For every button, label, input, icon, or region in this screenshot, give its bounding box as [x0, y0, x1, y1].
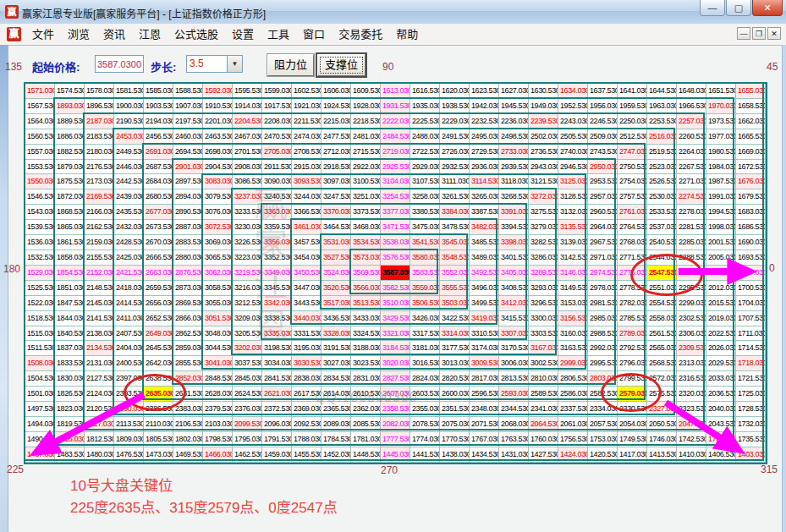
grid-cell: 2155.5300	[85, 250, 114, 266]
grid-cell: 1641.0300	[618, 84, 647, 99]
grid-cell: 2243.0300	[558, 114, 588, 129]
grid-cell: 2589.5300	[529, 387, 558, 402]
grid-cell: 2474.0300	[292, 129, 322, 145]
grid-cell: 2369.0300	[292, 402, 322, 417]
grid-cell: 1536.0300	[25, 235, 55, 250]
grid-cell: 2449.5300	[114, 145, 144, 160]
grid-cell: 1427.5300	[529, 447, 558, 463]
grid-cell: 3202.0300	[233, 341, 262, 356]
menu-item-7[interactable]: 窗口	[296, 24, 332, 45]
menu-item-3[interactable]: 江恩	[132, 24, 168, 45]
resistance-button[interactable]: 阻力位	[267, 54, 314, 76]
menu-item-8[interactable]: 交易委托	[332, 24, 389, 45]
grid-cell: 2397.0300	[114, 371, 144, 387]
grid-cell: 2176.5300	[85, 160, 114, 175]
grid-cell: 1907.0300	[173, 99, 203, 114]
grid-cell: 1564.0300	[25, 114, 55, 129]
minimize-button[interactable]: —	[700, 0, 725, 16]
grid-cell: 2985.0300	[588, 311, 618, 326]
grid-cell: 2768.0300	[618, 235, 647, 250]
grid-cell: 2460.0300	[173, 129, 203, 145]
grid-cell: 1602.5300	[292, 84, 322, 99]
grid-cell: 2645.5300	[144, 341, 173, 356]
grid-cell: 1665.5300	[736, 129, 766, 145]
menu-item-4[interactable]: 公式选股	[168, 24, 225, 45]
menu-item-5[interactable]: 设置	[225, 24, 261, 45]
angle-label-270: 270	[381, 464, 398, 476]
grid-cell: 3338.5300	[262, 311, 292, 326]
grid-cell: 2484.5300	[381, 129, 410, 145]
grid-cell: 2918.5300	[322, 160, 351, 175]
grid-cell: 2467.0300	[233, 129, 262, 145]
grid-cell: 2393.5300	[114, 387, 144, 402]
grid-cell: 1830.0300	[55, 371, 85, 387]
grid-cell: 2211.5300	[292, 114, 322, 129]
grid-cell: 2337.5300	[558, 402, 588, 417]
grid-cell: 2148.5300	[85, 281, 114, 296]
grid-cell: 1732.0300	[736, 417, 766, 432]
grid-cell: 2229.0300	[440, 114, 470, 129]
grid-cell: 1704.0300	[736, 296, 766, 311]
grid-cell: 1753.0300	[588, 432, 618, 447]
grid-cell: 3048.0300	[203, 326, 233, 342]
mdi-restore-button[interactable]: ❐	[752, 27, 766, 40]
grid-cell: 2092.5300	[292, 417, 322, 432]
grid-cell: 3097.0300	[322, 174, 351, 189]
grid-cell: 3090.0300	[262, 174, 292, 189]
grid-cell: 1956.0300	[588, 99, 618, 114]
grid-cell: 2565.0300	[647, 341, 677, 356]
grid-cell: 2288.5300	[677, 250, 706, 266]
grid-cell: 1837.0300	[55, 341, 85, 356]
grid-cell: 3450.5300	[292, 266, 322, 281]
menu-item-0[interactable]: 文件	[25, 24, 61, 45]
grid-cell: 3426.0300	[410, 311, 440, 326]
grid-cell: 2208.0300	[262, 114, 292, 129]
menu-item-9[interactable]: 帮助	[389, 24, 425, 45]
grid-cell: 2897.5300	[173, 174, 203, 189]
mdi-close-button[interactable]: ✕	[767, 27, 781, 40]
grid-cell: 3506.5300	[410, 296, 440, 311]
grid-cell: 2883.5300	[173, 235, 203, 250]
grid-cell: 1560.5300	[25, 129, 55, 145]
grid-cell: 1984.0300	[706, 160, 736, 175]
grid-cell: 2341.0300	[529, 402, 558, 417]
grid-cell: 3440.0300	[292, 311, 322, 326]
grid-cell: 1571.0300	[25, 84, 55, 99]
step-select[interactable]: 3.5 ▼	[186, 55, 243, 73]
grid-cell: 2957.0300	[588, 189, 618, 205]
menu-item-1[interactable]: 浏览	[61, 24, 96, 45]
grid-cell: 1585.0300	[144, 84, 173, 99]
grid-cell: 2103.0300	[203, 417, 233, 432]
grid-cell: 3401.5300	[499, 250, 529, 266]
grid-cell: 2586.0300	[558, 387, 588, 402]
maximize-button[interactable]: ▢	[726, 0, 751, 16]
grid-cell: 3436.5300	[322, 311, 351, 326]
grid-cell: 3513.5300	[351, 296, 381, 311]
start-price-input[interactable]	[95, 55, 144, 73]
grid-cell: 2089.0300	[322, 417, 351, 432]
grid-cell: 2239.5300	[529, 114, 558, 129]
grid-cell: 2628.0300	[203, 387, 233, 402]
support-button[interactable]: 支撑位	[317, 54, 366, 76]
grid-cell: 2180.0300	[85, 145, 114, 160]
grid-cell: 2932.5300	[440, 160, 470, 175]
grid-cell: 2757.5300	[618, 189, 647, 205]
chevron-down-icon[interactable]: ▼	[227, 56, 242, 72]
grid-cell: 2946.5300	[558, 160, 588, 175]
close-button[interactable]: ✕	[752, 0, 783, 16]
grid-cell: 1466.0300	[203, 447, 233, 463]
menu-item-6[interactable]: 工具	[261, 24, 296, 45]
grid-cell: 2033.0300	[706, 371, 736, 387]
grid-cell: 1763.5300	[499, 432, 529, 447]
grid-cell: 2789.0300	[618, 326, 647, 342]
grid-cell: 2162.5300	[85, 220, 114, 235]
grid-cell: 1788.0300	[292, 432, 322, 447]
mdi-minimize-button[interactable]: —	[737, 27, 750, 40]
grid-cell: 2803.0300	[588, 371, 618, 387]
grid-cell: 1739.0300	[706, 432, 736, 447]
grid-cell: 2729.5300	[470, 145, 499, 160]
grid-cell: 2869.5300	[173, 296, 203, 311]
menu-item-2[interactable]: 资讯	[96, 24, 132, 45]
grid-cell: 2943.0300	[529, 160, 558, 175]
grid-cell: 1455.5300	[292, 447, 322, 463]
